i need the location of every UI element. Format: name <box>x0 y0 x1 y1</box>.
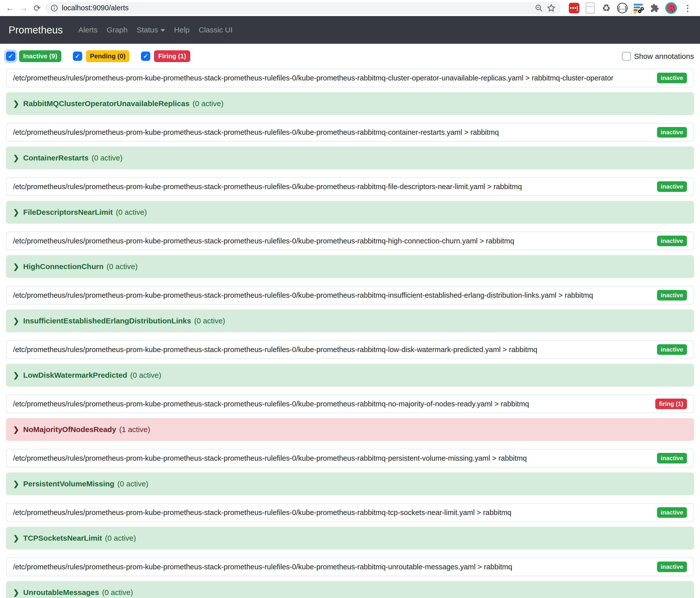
chevron-right-icon: ❯ <box>13 154 19 162</box>
rule-file-row: /etc/prometheus/rules/prometheus-prom-ku… <box>6 232 694 250</box>
chevron-right-icon: ❯ <box>13 208 19 216</box>
alert-rule-name: InsufficientEstablishedErlangDistributio… <box>23 317 191 325</box>
alert-active-count: (0 active) <box>92 154 122 162</box>
alert-rule-panel[interactable]: ❯ ContainerRestarts (0 active) <box>6 147 694 169</box>
rule-file-row: /etc/prometheus/rules/prometheus-prom-ku… <box>6 177 694 196</box>
filter-firing[interactable]: ✓ Firing (1) <box>141 50 190 62</box>
shortcuts-extension-icon[interactable] <box>633 3 644 13</box>
rule-state-badge: inactive <box>657 453 687 463</box>
alert-rule-name: TCPSocketsNearLimit <box>23 534 102 543</box>
alert-rule-name: HighConnectionChurn <box>23 262 103 271</box>
alert-rule-panel[interactable]: ❯ FileDescriptorsNearLimit (0 active) <box>6 201 694 223</box>
alert-rule-panel[interactable]: ❯ PersistentVolumeMissing (0 active) <box>6 473 694 495</box>
inactive-checkbox[interactable]: ✓ <box>6 51 15 61</box>
firing-checkbox[interactable]: ✓ <box>141 51 150 61</box>
alert-rule-name: LowDiskWatermarkPredicted <box>23 371 127 380</box>
nav-help[interactable]: Help <box>170 26 194 34</box>
zoom-out-icon[interactable] <box>535 4 543 12</box>
rule-state-badge: inactive <box>657 181 687 192</box>
chevron-right-icon: ❯ <box>13 425 19 434</box>
alert-rule-panel[interactable]: ❯ TCPSocketsNearLimit (0 active) <box>6 527 694 549</box>
filter-bar: ✓ Inactive (9) ✓ Pending (0) ✓ Firing (1… <box>6 50 694 62</box>
rule-file-path: /etc/prometheus/rules/prometheus-prom-ku… <box>13 291 593 300</box>
rule-state-badge: firing (1) <box>655 399 687 409</box>
nav-status-label: Status <box>137 26 158 34</box>
alert-active-count: (0 active) <box>102 588 133 597</box>
alert-active-count: (0 active) <box>194 317 225 325</box>
nav-status[interactable]: Status <box>132 26 170 34</box>
alert-rule-panel[interactable]: ❯ LowDiskWatermarkPredicted (0 active) <box>6 364 694 386</box>
rule-file-path: /etc/prometheus/rules/prometheus-prom-ku… <box>13 400 529 408</box>
chevron-down-icon <box>160 29 165 32</box>
chevron-right-icon: ❯ <box>13 262 19 271</box>
alerts-list: /etc/prometheus/rules/prometheus-prom-ku… <box>0 69 700 598</box>
rule-state-badge: inactive <box>657 290 687 301</box>
show-annotations-label: Show annotations <box>634 52 694 61</box>
pending-checkbox[interactable]: ✓ <box>73 51 82 61</box>
alert-rule-panel[interactable]: ❯ RabbitMQClusterOperatorUnavailableRepl… <box>6 92 694 115</box>
alert-active-count: (0 active) <box>105 534 136 543</box>
profile-avatar[interactable] <box>665 2 677 14</box>
chevron-right-icon: ❯ <box>13 317 19 325</box>
rule-file-path: /etc/prometheus/rules/prometheus-prom-ku… <box>13 237 514 245</box>
alert-rule-panel[interactable]: ❯ UnroutableMessages (0 active) <box>6 581 694 598</box>
alert-active-count: (0 active) <box>117 480 148 488</box>
nav-graph[interactable]: Graph <box>102 26 132 34</box>
alert-active-count: (0 active) <box>106 262 138 271</box>
rule-state-badge: inactive <box>657 73 687 83</box>
rule-file-row: /etc/prometheus/rules/prometheus-prom-ku… <box>6 394 694 413</box>
nav-alerts[interactable]: Alerts <box>74 26 102 34</box>
rule-state-badge: inactive <box>657 507 687 518</box>
alert-rule-panel[interactable]: ❯ NoMajorityOfNodesReady (1 active) <box>6 418 694 441</box>
rule-state-badge: inactive <box>657 236 687 246</box>
alert-rule-name: FileDescriptorsNearLimit <box>23 208 113 216</box>
bookmark-star-icon[interactable] <box>547 3 556 13</box>
rule-state-badge: inactive <box>657 561 687 572</box>
back-icon[interactable]: ← <box>4 2 16 14</box>
rule-file-row: /etc/prometheus/rules/prometheus-prom-ku… <box>6 557 694 576</box>
rule-file-path: /etc/prometheus/rules/prometheus-prom-ku… <box>13 454 527 462</box>
browser-toolbar: ← → ⟳ localhost:9090/alerts •••| ♻ {…} <box>0 0 700 16</box>
alert-active-count: (1 active) <box>119 425 150 434</box>
firing-badge[interactable]: Firing (1) <box>154 50 190 62</box>
rule-file-row: /etc/prometheus/rules/prometheus-prom-ku… <box>6 123 694 142</box>
recycle-extension-icon[interactable]: ♻ <box>601 3 611 13</box>
chevron-right-icon: ❯ <box>13 99 19 108</box>
rule-file-path: /etc/prometheus/rules/prometheus-prom-ku… <box>13 183 522 191</box>
nav-classic-ui[interactable]: Classic UI <box>194 26 237 34</box>
reload-icon[interactable]: ⟳ <box>32 2 43 14</box>
alert-rule-panel[interactable]: ❯ InsufficientEstablishedErlangDistribut… <box>6 310 694 332</box>
pending-badge[interactable]: Pending (0) <box>86 50 130 62</box>
brand-prometheus[interactable]: Prometheus <box>8 24 63 36</box>
inactive-badge[interactable]: Inactive (9) <box>19 50 61 62</box>
rule-file-path: /etc/prometheus/rules/prometheus-prom-ku… <box>13 74 613 82</box>
extensions-area: •••| ♻ {…} ⋮ <box>563 2 696 14</box>
rule-file-path: /etc/prometheus/rules/prometheus-prom-ku… <box>13 563 512 571</box>
page-info-icon[interactable] <box>50 4 58 12</box>
lastpass-extension-icon[interactable]: •••| <box>569 3 579 13</box>
filter-pending[interactable]: ✓ Pending (0) <box>73 50 130 62</box>
alert-rule-panel[interactable]: ❯ HighConnectionChurn (0 active) <box>6 255 694 278</box>
show-annotations-checkbox[interactable] <box>622 52 631 61</box>
rule-file-row: /etc/prometheus/rules/prometheus-prom-ku… <box>6 503 694 522</box>
alert-rule-name: PersistentVolumeMissing <box>23 480 114 488</box>
rule-file-row: /etc/prometheus/rules/prometheus-prom-ku… <box>6 449 694 468</box>
show-annotations-control: Show annotations <box>622 52 694 61</box>
rule-state-badge: inactive <box>657 127 687 138</box>
alert-active-count: (0 active) <box>130 371 161 380</box>
chevron-right-icon: ❯ <box>13 480 19 488</box>
page-extension-icon[interactable] <box>585 3 596 13</box>
filter-inactive[interactable]: ✓ Inactive (9) <box>6 50 61 62</box>
url-text[interactable]: localhost:9090/alerts <box>62 4 531 12</box>
braces-extension-icon[interactable]: {…} <box>617 3 628 13</box>
alert-active-count: (0 active) <box>116 208 147 216</box>
puzzle-extensions-icon[interactable] <box>649 3 660 13</box>
browser-menu-icon[interactable]: ⋮ <box>682 3 693 13</box>
rule-file-path: /etc/prometheus/rules/prometheus-prom-ku… <box>13 128 499 137</box>
alert-rule-name: UnroutableMessages <box>23 588 99 597</box>
rule-file-row: /etc/prometheus/rules/prometheus-prom-ku… <box>6 340 694 359</box>
chevron-right-icon: ❯ <box>13 371 19 380</box>
forward-icon[interactable]: → <box>18 2 29 14</box>
address-bar[interactable]: localhost:9090/alerts <box>45 2 561 14</box>
alert-active-count: (0 active) <box>193 99 223 108</box>
